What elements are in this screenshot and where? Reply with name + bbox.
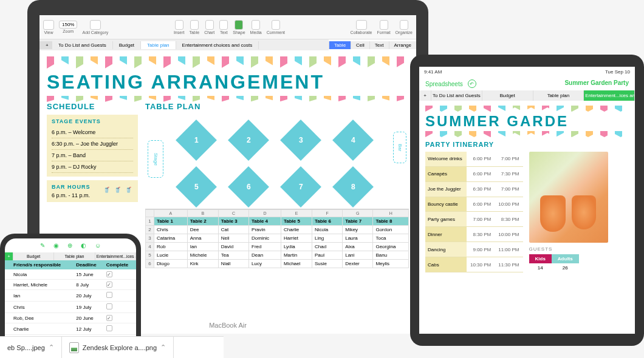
checkbox[interactable]: ✓	[106, 271, 112, 277]
view-icon[interactable]	[43, 20, 54, 30]
event-row: 7 p.m. – Band	[52, 150, 133, 161]
drink-icon: 🥤	[123, 185, 133, 195]
iphone-toolbar: ✎ ◉ ⊕ ◐ ☺	[5, 238, 136, 252]
checkbox[interactable]	[106, 303, 112, 309]
inspector-tabs: Table Cell Text Arrange	[329, 41, 416, 49]
checkbox[interactable]	[106, 292, 112, 298]
undo-icon[interactable]: ↶	[468, 79, 476, 88]
tab-entertainment[interactable]: Entertainment...ices and costs	[95, 252, 136, 260]
guests-table[interactable]: KidsAdults 1426	[529, 254, 579, 272]
doc-title: SEATING ARRANGEMENT	[47, 71, 409, 93]
chart-icon[interactable]	[205, 20, 214, 30]
table-7[interactable]: 7	[280, 166, 321, 208]
tab-add[interactable]: +	[419, 90, 431, 101]
iphone-screen: ✎ ◉ ⊕ ◐ ☺ + Budget Table plan Entertainm…	[5, 238, 136, 350]
format-icon[interactable]	[380, 20, 388, 30]
add-icon[interactable]: ⊕	[67, 242, 72, 249]
table-5[interactable]: 5	[176, 166, 217, 208]
iphone-todo-table[interactable]: Friend/s responsibleDeadlineComplete Nic…	[5, 260, 136, 335]
bar-time: 6 p.m. - 11 p.m.	[52, 192, 91, 198]
table-1[interactable]: 1	[176, 120, 217, 161]
itinerary-table[interactable]: Welcome drinks6:00 PM7:00 PM Canapés6:00…	[425, 152, 523, 272]
tab-budget[interactable]: Budget	[113, 41, 141, 49]
tab-add[interactable]: +	[39, 41, 52, 49]
tab-entertainment[interactable]: Entertainment choices and costs	[176, 41, 259, 49]
tab-todo[interactable]: To Do List and Guests	[52, 41, 113, 49]
chart-icon[interactable]: ◐	[81, 242, 86, 249]
organize-icon[interactable]	[400, 20, 408, 30]
guest-spreadsheet[interactable]: ABCDEFGH 1 Table 1Table 2Table 3Table 4T…	[145, 209, 409, 268]
table-icon[interactable]	[190, 20, 199, 30]
doc-name: Summer Garden Party	[564, 79, 629, 88]
ipad-screen: 9:41 AM Tue Sep 10 Spreadsheets ↶ Summer…	[419, 67, 635, 334]
chevron-up-icon[interactable]: ⌃	[160, 343, 166, 351]
pen-icon[interactable]: ✎	[40, 242, 45, 249]
ipad-status-bar: 9:41 AM Tue Sep 10	[419, 67, 635, 77]
view-label: View	[44, 30, 53, 35]
itinerary-heading: PARTY ITINERARY	[425, 141, 629, 148]
checkbox[interactable]	[106, 325, 112, 331]
shape-icon[interactable]	[235, 20, 243, 30]
addcat-icon[interactable]	[90, 20, 101, 30]
schedule-heading: SCHEDULE	[47, 102, 138, 111]
zoom-value[interactable]: 150%	[59, 21, 77, 29]
text-icon[interactable]	[219, 20, 228, 30]
ipad-nav: Spreadsheets ↶ Summer Garden Party	[419, 77, 635, 90]
rtab-cell[interactable]: Cell	[351, 41, 369, 49]
ipad-frame: 9:41 AM Tue Sep 10 Spreadsheets ↶ Summer…	[410, 55, 644, 346]
device-label: MacBook Air	[209, 322, 247, 329]
tab-tableplan[interactable]: Table plan	[533, 90, 584, 101]
download-item[interactable]: Zendesk Explore a....png ⌃	[62, 337, 174, 358]
table-8[interactable]: 8	[332, 166, 374, 208]
toolbar: View 150%Zoom Add Category Insert Table …	[39, 15, 416, 39]
addcat-label: Add Category	[82, 30, 108, 35]
party-photo	[529, 152, 608, 243]
stage-box: Stage	[148, 140, 163, 178]
collab-icon[interactable]	[356, 20, 367, 30]
bunting-decoration	[425, 106, 629, 112]
file-icon	[69, 342, 79, 353]
iphone-tabs: + Budget Table plan Entertainment...ices…	[5, 252, 136, 260]
download-item[interactable]: eb Sp....jpeg ⌃	[0, 337, 62, 358]
checkbox[interactable]: ✓	[106, 315, 112, 321]
status-date: Tue Sep 10	[605, 69, 630, 75]
table-layout: Stage Bar 1 2 3 4 5 6 7 8	[145, 115, 409, 209]
table-4[interactable]: 4	[332, 120, 374, 161]
tab-budget[interactable]: Budget	[482, 90, 533, 101]
tab-tableplan[interactable]: Table plan	[141, 41, 176, 49]
event-row: 6:30 p.m. – Joe the Juggler	[52, 138, 133, 150]
rtab-text[interactable]: Text	[369, 41, 389, 49]
ipad-tabs: + To Do List and Guests Budget Table pla…	[419, 90, 635, 101]
table-6[interactable]: 6	[228, 166, 269, 208]
zoom-label: Zoom	[63, 29, 74, 33]
checkbox[interactable]: ✓	[106, 282, 112, 288]
comment-icon[interactable]	[272, 20, 280, 30]
ipad-document: SUMMER GARDE PARTY ITINERARY Welcome dri…	[419, 101, 635, 277]
bunting-decoration	[425, 131, 629, 137]
insert-icon[interactable]	[175, 20, 183, 30]
file-label: eb Sp....jpeg	[7, 344, 45, 351]
rtab-arrange[interactable]: Arrange	[389, 41, 416, 49]
media-icon[interactable]	[252, 20, 260, 30]
tab-entertainment[interactable]: Entertainment...ices and c	[584, 90, 635, 101]
stage-events-panel: STAGE EVENTS 6 p.m. – Welcome 6:30 p.m. …	[47, 115, 138, 177]
drink-icons: 🥤 🥤 🥤	[101, 185, 133, 195]
tab-budget[interactable]: Budget	[13, 252, 54, 260]
bar-box: Bar	[393, 132, 406, 163]
bunting-decoration-sm	[47, 96, 409, 102]
chevron-up-icon[interactable]: ⌃	[49, 343, 54, 351]
back-button[interactable]: Spreadsheets	[425, 81, 463, 87]
tab-tableplan[interactable]: Table plan	[54, 252, 95, 260]
guests-label: GUESTS	[529, 246, 608, 252]
tab-todo[interactable]: To Do List and Guests	[431, 90, 482, 101]
bar-hours-label: BAR HOURS	[52, 184, 91, 190]
color-icon[interactable]: ◉	[53, 242, 59, 249]
table-3[interactable]: 3	[280, 120, 321, 161]
comment-icon[interactable]: ☺	[95, 242, 101, 249]
download-bar: eb Sp....jpeg ⌃ Zendesk Explore a....png…	[0, 336, 224, 358]
drink-icon: 🥤	[112, 185, 122, 195]
tab-add[interactable]: +	[5, 252, 13, 260]
table-2[interactable]: 2	[228, 120, 269, 161]
rtab-table[interactable]: Table	[329, 41, 351, 49]
drink-icon: 🥤	[101, 185, 111, 195]
